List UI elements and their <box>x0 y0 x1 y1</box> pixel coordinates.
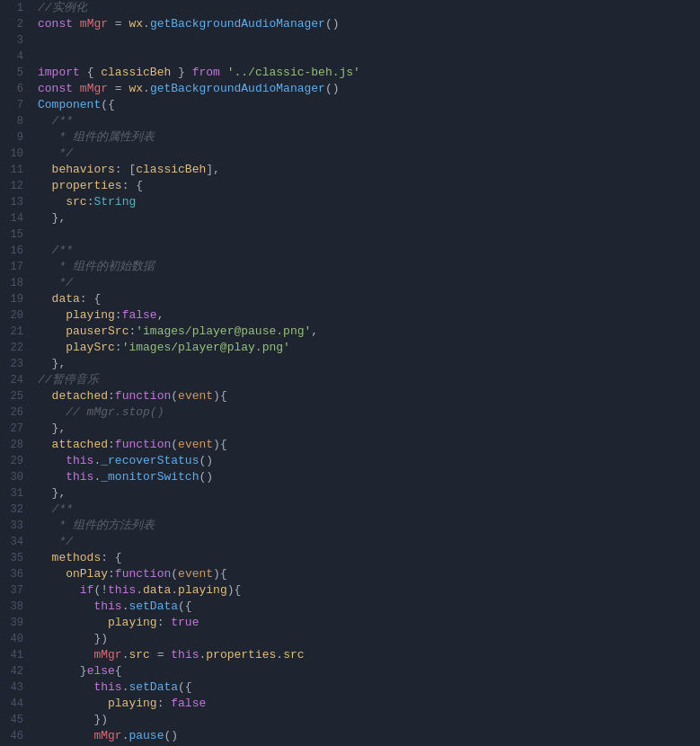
code-line: 9 * 组件的属性列表 <box>0 129 700 146</box>
code-line: 44 playing: false <box>0 696 700 712</box>
line-content: methods: { <box>32 550 700 566</box>
line-content <box>32 226 700 243</box>
code-line: 33 * 组件的方法列表 <box>0 518 700 534</box>
code-line: 19 data: { <box>0 291 700 307</box>
line-content <box>32 32 700 49</box>
line-content: Component({ <box>32 97 700 113</box>
line-number: 21 <box>0 324 32 340</box>
code-line: 32 /** <box>0 502 700 518</box>
code-line: 4 <box>0 49 700 65</box>
code-line: 24 //暂停音乐 <box>0 372 700 388</box>
code-line: 40 }) <box>0 631 700 647</box>
line-number: 3 <box>0 32 32 49</box>
line-content: attached:function(event){ <box>32 437 700 453</box>
line-content: playing: false <box>32 696 700 712</box>
line-content: mMgr.pause() <box>32 728 700 744</box>
line-content <box>32 49 700 65</box>
line-number: 43 <box>0 679 32 696</box>
line-content: detached:function(event){ <box>32 388 700 404</box>
line-number: 17 <box>0 259 32 275</box>
line-number: 37 <box>0 582 32 599</box>
line-number: 42 <box>0 663 32 679</box>
line-number: 32 <box>0 502 32 518</box>
code-line: 3 <box>0 32 700 49</box>
code-line: 11 behaviors: [classicBeh], <box>0 162 700 178</box>
line-content: /** <box>32 113 700 129</box>
code-line: 38 this.setData({ <box>0 599 700 615</box>
line-content: import { classicBeh } from '../classic-b… <box>32 65 700 81</box>
line-number: 22 <box>0 340 32 356</box>
line-number: 15 <box>0 226 32 243</box>
line-number: 30 <box>0 469 32 485</box>
line-content: data: { <box>32 291 700 307</box>
line-number: 31 <box>0 485 32 502</box>
line-content: }, <box>32 210 700 226</box>
code-line: 23 }, <box>0 356 700 372</box>
line-content: properties: { <box>32 178 700 194</box>
code-line: 15 <box>0 226 700 243</box>
line-number: 7 <box>0 97 32 113</box>
line-number: 35 <box>0 550 32 566</box>
code-line: 31 }, <box>0 485 700 502</box>
code-lines: 1 //实例化 2 const mMgr = wx.getBackgroundA… <box>0 0 700 746</box>
line-number: 23 <box>0 356 32 372</box>
line-content: this._monitorSwitch() <box>32 469 700 485</box>
line-number: 46 <box>0 728 32 744</box>
line-content: //暂停音乐 <box>32 372 700 388</box>
line-content: mMgr.src = this.properties.src <box>32 647 700 663</box>
code-line: 45 }) <box>0 712 700 728</box>
code-line: 39 playing: true <box>0 615 700 631</box>
line-content: this.setData({ <box>32 679 700 696</box>
code-line: 27 }, <box>0 421 700 437</box>
line-number: 41 <box>0 647 32 663</box>
line-content: playSrc:'images/player@play.png' <box>32 340 700 356</box>
code-line: 7 Component({ <box>0 97 700 113</box>
line-number: 27 <box>0 421 32 437</box>
code-line: 30 this._monitorSwitch() <box>0 469 700 485</box>
code-line: 8 /** <box>0 113 700 129</box>
line-number: 10 <box>0 146 32 162</box>
line-number: 2 <box>0 16 32 32</box>
line-number: 28 <box>0 437 32 453</box>
code-line: 10 */ <box>0 146 700 162</box>
line-content: */ <box>32 275 700 291</box>
line-number: 4 <box>0 49 32 65</box>
line-number: 36 <box>0 566 32 582</box>
line-content: }, <box>32 485 700 502</box>
code-line: 18 */ <box>0 275 700 291</box>
line-number: 13 <box>0 194 32 210</box>
code-line: 29 this._recoverStatus() <box>0 453 700 469</box>
line-number: 38 <box>0 599 32 615</box>
line-number: 6 <box>0 81 32 97</box>
line-number: 26 <box>0 404 32 421</box>
code-line: 1 //实例化 <box>0 0 700 16</box>
line-number: 33 <box>0 518 32 534</box>
line-content: }, <box>32 356 700 372</box>
line-number: 20 <box>0 307 32 324</box>
line-content: */ <box>32 534 700 550</box>
code-line: 36 onPlay:function(event){ <box>0 566 700 582</box>
line-content: }, <box>32 421 700 437</box>
line-number: 9 <box>0 129 32 146</box>
code-editor: 1 //实例化 2 const mMgr = wx.getBackgroundA… <box>0 0 700 746</box>
line-content: const mMgr = wx.getBackgroundAudioManage… <box>32 16 700 32</box>
code-line: 2 const mMgr = wx.getBackgroundAudioMana… <box>0 16 700 32</box>
code-line: 17 * 组件的初始数据 <box>0 259 700 275</box>
code-line: 42 }else{ <box>0 663 700 679</box>
code-line: 43 this.setData({ <box>0 679 700 696</box>
line-number: 18 <box>0 275 32 291</box>
line-number: 11 <box>0 162 32 178</box>
line-number: 24 <box>0 372 32 388</box>
code-line: 21 pauserSrc:'images/player@pause.png', <box>0 324 700 340</box>
line-content: // mMgr.stop() <box>32 404 700 421</box>
line-content: this.setData({ <box>32 599 700 615</box>
line-content: }else{ <box>32 663 700 679</box>
code-line: 13 src:String <box>0 194 700 210</box>
code-line: 25 detached:function(event){ <box>0 388 700 404</box>
line-content: * 组件的属性列表 <box>32 129 700 146</box>
line-content: if(!this.data.playing){ <box>32 582 700 599</box>
line-number: 44 <box>0 696 32 712</box>
code-line: 16 /** <box>0 243 700 259</box>
line-number: 25 <box>0 388 32 404</box>
code-line: 37 if(!this.data.playing){ <box>0 582 700 599</box>
